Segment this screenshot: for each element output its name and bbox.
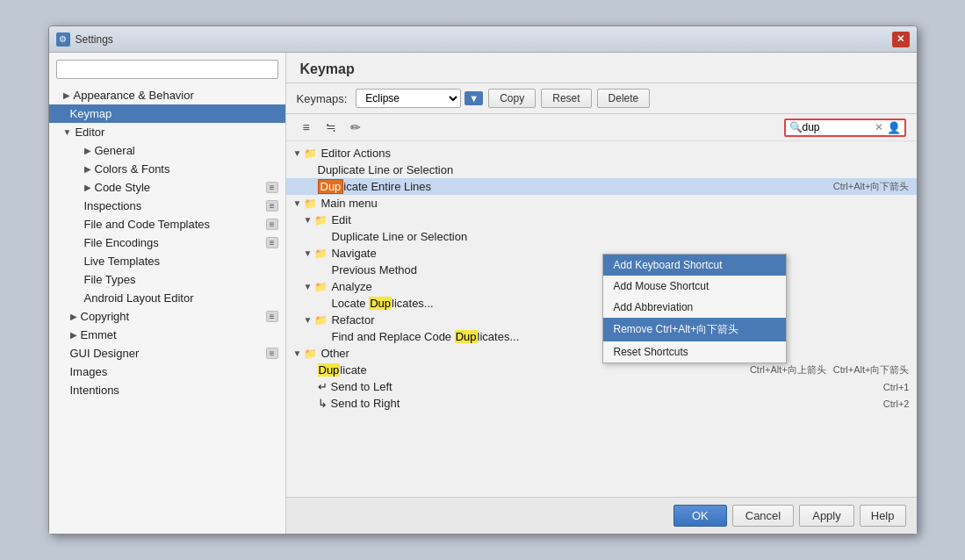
sidebar-item-code-style[interactable]: ▶ Code Style ≡ <box>49 178 285 197</box>
tree-item-prefix: Dupicate Entire Lines <box>318 180 432 193</box>
shortcut-label2: Ctrl+Alt+向下箭头 <box>833 363 910 377</box>
person-icon[interactable]: 👤 <box>887 121 901 134</box>
folder-icon: 📁 <box>314 281 328 293</box>
context-menu-item-add-mouse[interactable]: Add Mouse Shortcut <box>603 276 786 297</box>
tree-item-send-left[interactable]: ↵ Send to Left Ctrl+1 <box>286 378 917 395</box>
sidebar-item-images[interactable]: Images <box>49 363 285 381</box>
tree-item-duplicate[interactable]: Duplicate Ctrl+Alt+向上箭头 Ctrl+Alt+向下箭头 <box>286 362 917 378</box>
tree-item-prev-method[interactable]: Previous Method <box>286 262 917 278</box>
expand-icon: ▶ <box>70 312 77 321</box>
expand-icon: ▶ <box>84 146 91 155</box>
tree-folder-edit[interactable]: ▼ 📁 Edit <box>286 212 917 228</box>
dialog-title: Settings <box>76 33 892 46</box>
sidebar: ▶ Appearance & Behavior Keymap ▼ Editor … <box>49 53 286 534</box>
expand-icon: ▼ <box>304 315 313 325</box>
expand-icon: ▶ <box>84 183 91 192</box>
context-menu-item-reset-shortcuts[interactable]: Reset Shortcuts <box>603 341 786 363</box>
help-button[interactable]: Help <box>860 505 906 527</box>
action-bar: ≡ ≒ ✏ 🔍 ✕ 👤 <box>286 114 917 141</box>
reset-button[interactable]: Reset <box>541 89 591 108</box>
folder-icon: 📁 <box>314 314 328 327</box>
expand-icon: ▶ <box>70 330 77 340</box>
sidebar-item-label: Images <box>70 365 108 378</box>
tree-item-dup-entire-lines[interactable]: Dupicate Entire Lines Ctrl+Alt+向下箭头 <box>286 178 917 195</box>
keymap-select[interactable]: Eclipse <box>356 89 461 108</box>
search-box: 🔍 ✕ 👤 <box>784 118 906 137</box>
sort-custom-icon[interactable]: ≒ <box>321 118 341 137</box>
tree-area[interactable]: ▼ 📁 Editor Actions Duplicate Line or Sel… <box>286 141 917 497</box>
tree-item-label: Locate Duplicates... <box>332 297 434 310</box>
sidebar-item-live-templates[interactable]: Live Templates <box>49 252 285 270</box>
sidebar-item-keymap[interactable]: Keymap <box>49 104 285 123</box>
badge-icon: ≡ <box>266 219 278 230</box>
sidebar-item-editor[interactable]: ▼ Editor <box>49 123 285 141</box>
context-menu-item-add-abbrev[interactable]: Add Abbreviation <box>603 297 786 318</box>
sort-alpha-icon[interactable]: ≡ <box>297 118 316 137</box>
shortcut-label: Ctrl+2 <box>883 398 910 409</box>
tree-folder-other[interactable]: ▼ 📁 Other <box>286 345 917 362</box>
sidebar-item-label: Emmet <box>81 328 117 341</box>
tree-folder-refactor[interactable]: ▼ 📁 Refactor <box>286 312 917 328</box>
highlight-selected: Dup <box>318 179 344 194</box>
ok-button[interactable]: OK <box>673 505 727 527</box>
tree-item-label: Duplicate Line or Selection <box>332 230 468 243</box>
context-menu-item-remove-ctrl[interactable]: Remove Ctrl+Alt+向下箭头 <box>603 318 786 341</box>
context-menu: Add Keyboard Shortcut Add Mouse Shortcut… <box>602 254 787 363</box>
sidebar-search-input[interactable] <box>56 60 278 79</box>
cancel-button[interactable]: Cancel <box>732 505 794 527</box>
badge-icon: ≡ <box>266 237 278 248</box>
expand-icon: ▼ <box>293 348 302 358</box>
app-icon: ⚙ <box>56 32 70 47</box>
send-right-icon: ↳ <box>318 397 328 410</box>
apply-button[interactable]: Apply <box>799 505 854 527</box>
expand-icon: ▶ <box>84 164 91 174</box>
delete-button[interactable]: Delete <box>597 89 651 108</box>
highlight-dup: Dup <box>318 363 341 377</box>
tree-item-locate-dup[interactable]: Locate Duplicates... <box>286 295 917 312</box>
tree-item-send-right[interactable]: ↳ Send to Right Ctrl+2 <box>286 395 917 412</box>
tree-item-find-replace-dup[interactable]: Find and Replace Code Duplicates... <box>286 328 917 345</box>
sidebar-item-label: GUI Designer <box>70 347 140 360</box>
sidebar-item-label: File Encodings <box>84 236 159 249</box>
tree-item-label: Find and Replace Code Duplicates... <box>332 330 520 343</box>
tree-item-label: Analyze <box>331 280 371 293</box>
tree-item-dup-line-edit[interactable]: Duplicate Line or Selection <box>286 228 917 245</box>
edit-icon[interactable]: ✏ <box>346 118 365 137</box>
content-title: Keymap <box>286 53 917 83</box>
expand-icon: ▼ <box>304 248 313 258</box>
content-panel: Keymap Keymaps: Eclipse ▼ Copy Reset Del… <box>286 53 917 534</box>
tree-folder-analyze[interactable]: ▼ 📁 Analyze <box>286 278 917 295</box>
clear-icon[interactable]: ✕ <box>875 121 883 133</box>
sidebar-item-label: Live Templates <box>84 255 160 268</box>
tree-item-duplicate-line[interactable]: Duplicate Line or Selection <box>286 162 917 178</box>
expand-icon: ▼ <box>63 127 72 137</box>
tree-item-label: Navigate <box>331 247 376 260</box>
sidebar-item-emmet[interactable]: ▶ Emmet <box>49 326 285 344</box>
sidebar-item-label: Intentions <box>70 384 119 397</box>
context-menu-item-add-keyboard[interactable]: Add Keyboard Shortcut <box>603 255 786 276</box>
sidebar-item-inspections[interactable]: Inspections ≡ <box>49 197 285 215</box>
copy-button[interactable]: Copy <box>488 89 536 108</box>
sidebar-item-general[interactable]: ▶ General <box>49 141 285 160</box>
sidebar-item-file-code-templates[interactable]: File and Code Templates ≡ <box>49 215 285 233</box>
tree-item-label: Refactor <box>331 313 374 327</box>
sidebar-item-file-types[interactable]: File Types <box>49 270 285 289</box>
sidebar-item-colors-fonts[interactable]: ▶ Colors & Fonts <box>49 160 285 178</box>
tree-folder-navigate[interactable]: ▼ 📁 Navigate <box>286 245 917 262</box>
sidebar-item-intentions[interactable]: Intentions <box>49 381 285 399</box>
tree-folder-main-menu[interactable]: ▼ 📁 Main menu <box>286 195 917 212</box>
shortcut-label: Ctrl+Alt+向下箭头 <box>833 180 910 193</box>
sidebar-item-label: Code Style <box>95 181 151 194</box>
close-button[interactable]: ✕ <box>892 32 910 47</box>
sidebar-item-appearance[interactable]: ▶ Appearance & Behavior <box>49 86 285 104</box>
expand-icon: ▶ <box>63 90 70 100</box>
search-input[interactable] <box>803 121 873 133</box>
sidebar-item-file-encodings[interactable]: File Encodings ≡ <box>49 233 285 252</box>
sidebar-item-gui-designer[interactable]: GUI Designer ≡ <box>49 344 285 363</box>
tree-folder-editor-actions[interactable]: ▼ 📁 Editor Actions <box>286 145 917 162</box>
sidebar-item-android-layout[interactable]: Android Layout Editor <box>49 289 285 307</box>
sidebar-item-copyright[interactable]: ▶ Copyright ≡ <box>49 307 285 326</box>
sidebar-item-label: File and Code Templates <box>84 218 211 231</box>
dropdown-arrow[interactable]: ▼ <box>464 91 483 105</box>
sidebar-item-label: Android Layout Editor <box>84 291 194 305</box>
